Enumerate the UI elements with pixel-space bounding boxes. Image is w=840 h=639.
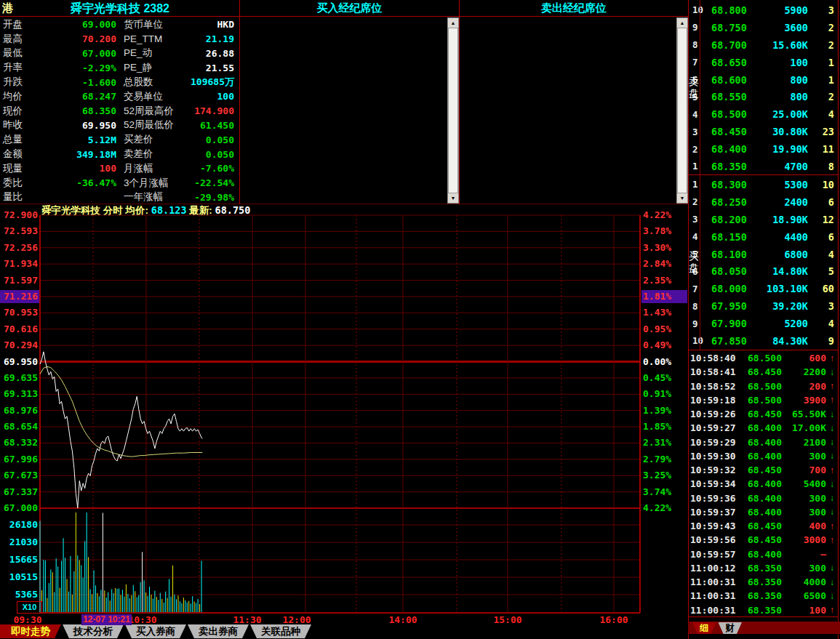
tick-price: 68.450 — [741, 366, 782, 377]
price-axis-label: 71.934 — [1, 258, 38, 270]
orderbook-row[interactable]: 867.95039.20K3 — [689, 297, 838, 315]
tick-volume: 3900 — [782, 395, 826, 406]
orderbook-row[interactable]: 468.15044006 — [689, 228, 838, 246]
tick-price: 68.350 — [741, 605, 782, 616]
percent-axis-label: 0.45% — [643, 372, 684, 384]
orderbook-row[interactable]: 967.90052004 — [689, 315, 838, 332]
tab-技术分析[interactable]: 技术分析 — [63, 624, 124, 638]
orderbook-row[interactable]: 968.75036002 — [689, 19, 838, 36]
quote-label: 委比 — [0, 177, 45, 190]
tick-row: 11:00:3168.350100↑ — [689, 603, 838, 617]
quote-value: -36.47% — [45, 177, 116, 188]
orderbook-row[interactable]: 768.000103.10K60 — [689, 280, 838, 297]
down-arrow-icon: ↓ — [826, 409, 838, 419]
level-volume: 30.80K — [756, 126, 808, 137]
tick-price: 68.400 — [741, 507, 782, 518]
level-volume: 25.00K — [756, 108, 808, 120]
scrollbar[interactable]: ▲ ▼ — [676, 17, 688, 204]
scroll-thumb[interactable] — [448, 28, 458, 193]
tick-row: 10:59:4368.450400↑ — [689, 519, 838, 533]
orderbook-row[interactable]: 168.300530010 — [689, 176, 838, 193]
orderbook-row[interactable]: 568.5508002 — [689, 88, 838, 105]
tick-row: 10:59:3268.450700↑ — [689, 463, 838, 477]
tab-即时走势[interactable]: 即时走势 — [0, 624, 61, 638]
quote-label: 52周最高价 — [116, 105, 191, 118]
tick-row: 10:59:5768.400— — [689, 547, 838, 561]
buy-broker-list — [240, 17, 459, 203]
quote-value: 0.050 — [191, 134, 239, 145]
tick-row: 10:59:3768.400300↓ — [689, 505, 838, 519]
level-volume: 3600 — [756, 22, 808, 33]
tab-财[interactable]: 财 — [719, 622, 743, 634]
price-axis-label: 68.332 — [1, 437, 38, 449]
tick-price: 68.500 — [741, 395, 782, 406]
tick-volume: 5400 — [782, 478, 826, 489]
time-axis-label: 15:00 — [487, 614, 528, 625]
level-volume: 800 — [756, 74, 808, 86]
tick-row: 10:59:2768.40017.00K↓ — [689, 421, 838, 435]
quote-label: 卖差价 — [116, 148, 191, 161]
orderbook-row[interactable]: 1067.85084.30K9 — [689, 332, 838, 350]
tick-time: 10:59:37 — [689, 507, 741, 518]
quote-value: 174.900 — [191, 105, 239, 116]
tick-volume: 300 — [782, 451, 826, 462]
level-volume: 14.80K — [756, 265, 808, 277]
scroll-down-button[interactable]: ▼ — [677, 193, 687, 203]
level-count: 2 — [808, 91, 838, 103]
tick-price: 68.450 — [741, 534, 782, 545]
level-price: 68.550 — [711, 91, 756, 103]
orderbook-row[interactable]: 768.6501001 — [689, 54, 838, 71]
quote-label: PE_动 — [116, 47, 191, 60]
tick-volume: 3000 — [782, 534, 826, 545]
orderbook-row[interactable]: 668.05014.80K5 — [689, 262, 838, 280]
tab-关联品种[interactable]: 关联品种 — [250, 624, 311, 638]
orderbook-row[interactable]: 368.45030.80K23 — [689, 123, 838, 140]
percent-axis-label: 0.49% — [643, 339, 684, 351]
quote-value: 68.247 — [45, 91, 116, 102]
quote-label: 最高 — [0, 33, 45, 46]
intraday-chart[interactable] — [0, 204, 688, 624]
tab-卖出券商[interactable]: 卖出券商 — [188, 624, 249, 638]
tab-买入券商[interactable]: 买入券商 — [125, 624, 186, 638]
orderbook-row[interactable]: 1068.80059003 — [689, 1, 838, 19]
volume-axis-label: 5365 — [1, 589, 38, 600]
scroll-thumb[interactable] — [677, 28, 687, 193]
scroll-up-button[interactable]: ▲ — [448, 18, 458, 28]
orderbook-row[interactable]: 268.40019.90K11 — [689, 140, 838, 158]
tick-price: 68.400 — [741, 493, 782, 504]
scrollbar[interactable]: ▲ ▼ — [447, 17, 459, 204]
tick-row: 10:59:3468.4005400↓ — [689, 477, 838, 491]
orderbook-row[interactable]: 368.20018.90K12 — [689, 211, 838, 228]
scroll-down-button[interactable]: ▼ — [448, 193, 458, 203]
scroll-up-button[interactable]: ▲ — [677, 18, 687, 28]
time-axis-label: 16:00 — [593, 614, 634, 625]
quote-value: -1.600 — [45, 77, 116, 88]
level-volume: 4700 — [756, 161, 808, 172]
level-price: 68.750 — [711, 22, 756, 33]
orderbook-row[interactable]: 568.10068004 — [689, 246, 838, 263]
tab-细[interactable]: 细 — [692, 622, 716, 634]
quote-row: 现价68.35052周最高价174.900 — [0, 104, 239, 118]
up-arrow-icon: ↑ — [826, 353, 838, 363]
detail-tabs: 细财 — [692, 622, 742, 634]
tick-price: 68.500 — [741, 381, 782, 392]
tick-time: 10:58:40 — [689, 353, 741, 363]
orderbook-row[interactable]: 668.6008001 — [689, 71, 838, 89]
tick-volume: 700 — [782, 465, 826, 475]
quote-value: 21.19 — [191, 33, 239, 44]
level-price: 68.600 — [711, 74, 756, 86]
quote-row: 均价68.247交易单位100 — [0, 89, 239, 104]
level-volume: 18.90K — [756, 214, 808, 225]
tick-row: 10:59:2668.45065.50K↓ — [689, 407, 838, 421]
percent-axis-label: 0.95% — [643, 323, 684, 335]
quote-value: 100 — [45, 163, 116, 174]
level-price: 67.900 — [711, 318, 756, 329]
orderbook-row[interactable]: 868.70015.60K2 — [689, 36, 838, 54]
orderbook-row[interactable]: 468.50025.00K4 — [689, 105, 838, 123]
orderbook-row[interactable]: 268.25024006 — [689, 193, 838, 211]
quote-value: -22.54% — [191, 177, 239, 188]
orderbook-row[interactable]: 168.35047008 — [689, 158, 838, 175]
quote-row: 量比一年涨幅-29.98% — [0, 190, 239, 205]
level-count: 3 — [808, 4, 838, 16]
tick-volume: 17.00K — [782, 422, 826, 433]
